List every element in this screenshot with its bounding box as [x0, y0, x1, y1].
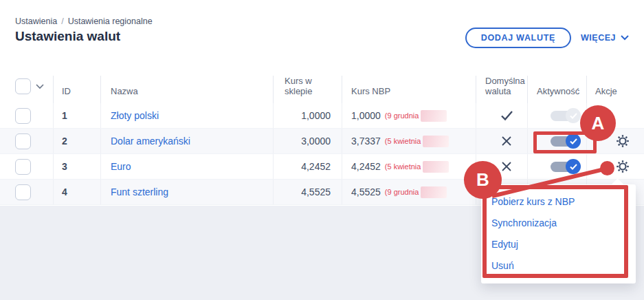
activity-toggle-on[interactable]: [550, 159, 581, 174]
row-checkbox[interactable]: [15, 184, 31, 200]
annotation-marker-b: B: [464, 161, 502, 199]
header-name: Nazwa: [100, 76, 273, 103]
header-nbp-rate: Kurs NBP: [342, 76, 476, 103]
table-row-zloty: 1 Złoty polski 1,0000 1,0000 (9 grudnia: [0, 103, 644, 129]
redacted-year-box: [421, 186, 447, 198]
annotation-highlight-menu-box: [482, 185, 628, 278]
select-all-checkbox[interactable]: [15, 78, 31, 94]
redacted-year-box: [423, 136, 449, 147]
toggle-check-icon: [570, 164, 577, 170]
nbp-rate-value: 1,0000: [351, 110, 381, 121]
check-icon[interactable]: [500, 110, 513, 121]
gear-icon[interactable]: [616, 134, 630, 148]
row-id: 3: [53, 154, 100, 179]
toolbar: DODAJ WALUTĘ WIĘCEJ: [465, 28, 629, 48]
chevron-down-icon: [621, 35, 629, 41]
breadcrumb-item-ustawienia[interactable]: Ustawienia: [15, 17, 57, 26]
shop-rate-value: 4,5525: [273, 180, 342, 204]
more-button[interactable]: WIĘCEJ: [581, 33, 629, 43]
annotation-marker-a: A: [580, 105, 616, 141]
row-id: 1: [53, 103, 100, 128]
shop-rate-value: 1,0000: [273, 103, 342, 128]
table-header-row: ID Nazwa Kurs w sklepie Kurs NBP Domyśln…: [0, 76, 644, 103]
breadcrumb: Ustawienia/Ustawienia regionalne: [15, 17, 153, 26]
row-checkbox[interactable]: [15, 108, 31, 124]
shop-rate-value: 3,0000: [273, 129, 342, 153]
toggle-check-icon: [570, 113, 577, 119]
redacted-year-box: [421, 110, 447, 122]
annotation-pointer-dot: [600, 161, 614, 175]
currency-name-link[interactable]: Funt szterling: [111, 186, 168, 197]
currency-name-link[interactable]: Dolar amerykański: [111, 136, 190, 147]
row-id: 2: [53, 129, 100, 153]
header-shop-rate: Kurs w sklepie: [273, 76, 342, 103]
currency-settings-page: Ustawienia/Ustawienia regionalne Ustawie…: [0, 0, 644, 300]
breadcrumb-item-regionalne[interactable]: Ustawienia regionalne: [68, 17, 153, 26]
header-actions: Akcje: [586, 76, 644, 103]
add-currency-button[interactable]: DODAJ WALUTĘ: [465, 28, 571, 48]
currency-name-link[interactable]: Euro: [111, 161, 131, 172]
select-menu-chevron-icon[interactable]: [36, 84, 44, 89]
header-default-currency: Domyślna waluta: [476, 76, 527, 103]
nbp-rate-date: (5 kwietnia: [385, 137, 421, 145]
nbp-rate-value: 3,7337: [351, 136, 381, 147]
header-activity: Aktywność: [527, 76, 586, 103]
table-row-euro: 3 Euro 4,2452 4,2452 (5 kwietnia: [0, 154, 644, 180]
header-checkbox-cell: [0, 76, 53, 103]
x-icon[interactable]: [501, 161, 512, 172]
header-id: ID: [53, 76, 100, 103]
row-checkbox[interactable]: [15, 133, 31, 149]
gear-icon[interactable]: [616, 160, 630, 173]
page-title: Ustawienia walut: [15, 29, 120, 44]
x-icon[interactable]: [501, 136, 512, 147]
more-button-label: WIĘCEJ: [581, 33, 616, 43]
nbp-rate-value: 4,5525: [351, 186, 381, 197]
nbp-rate-date: (9 grudnia: [385, 188, 419, 196]
row-id: 4: [53, 180, 100, 204]
breadcrumb-separator: /: [61, 17, 63, 26]
currency-name-link[interactable]: Złoty polski: [111, 110, 159, 121]
activity-toggle-disabled[interactable]: [550, 108, 581, 123]
row-checkbox[interactable]: [15, 159, 31, 175]
nbp-rate-date: (9 grudnia: [385, 111, 419, 120]
redacted-year-box: [423, 161, 449, 173]
nbp-rate-date: (5 kwietnia: [385, 162, 421, 171]
shop-rate-value: 4,2452: [273, 154, 342, 179]
nbp-rate-value: 4,2452: [351, 161, 381, 172]
